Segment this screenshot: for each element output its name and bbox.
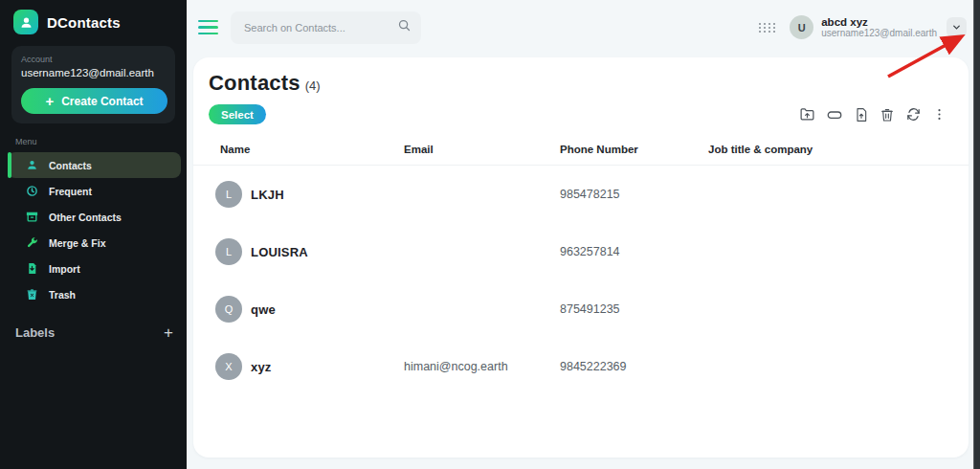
- sync-button[interactable]: [904, 105, 923, 123]
- account-label: Account: [21, 55, 167, 64]
- column-header-name: Name: [220, 144, 404, 155]
- contact-phone: 9845222369: [560, 360, 708, 373]
- contacts-toolbar: [798, 105, 947, 124]
- delete-button[interactable]: [879, 106, 896, 123]
- sidebar-menu: Contacts Frequent Other Contacts: [0, 152, 187, 307]
- sidebar-item-label: Other Contacts: [49, 212, 122, 223]
- contacts-panel: Contacts (4) Select: [193, 57, 969, 458]
- contact-email: himani@ncog.earth: [404, 360, 560, 373]
- wrench-icon: [25, 235, 39, 250]
- sidebar-item-merge-fix[interactable]: Merge & Fix: [8, 230, 181, 256]
- sidebar-item-label: Frequent: [49, 186, 92, 197]
- topbar: U abcd xyz username123@dmail.earth: [187, 0, 980, 55]
- table-row[interactable]: Q qwe 875491235: [193, 280, 969, 338]
- user-cluster: U abcd xyz username123@dmail.earth: [759, 15, 967, 39]
- contact-name: xyz: [251, 360, 272, 374]
- user-avatar[interactable]: U: [790, 15, 813, 39]
- avatar: X: [215, 353, 242, 380]
- account-card: Account username123@dmail.earth + Create…: [11, 46, 175, 123]
- account-email: username123@dmail.earth: [21, 67, 167, 78]
- avatar: L: [215, 181, 242, 208]
- search-input[interactable]: [244, 22, 397, 34]
- column-header-job: Job title & company: [708, 144, 969, 155]
- avatar: Q: [215, 296, 242, 323]
- more-options-button[interactable]: [931, 106, 947, 123]
- label-tag-button[interactable]: [825, 105, 844, 124]
- table-row[interactable]: L LOUISRA 963257814: [193, 223, 969, 280]
- select-button[interactable]: Select: [209, 104, 266, 124]
- export-folder-button[interactable]: [798, 105, 816, 123]
- history-icon: [25, 184, 39, 198]
- sidebar: DContacts Account username123@dmail.eart…: [0, 0, 187, 469]
- contact-name: qwe: [251, 302, 276, 317]
- table-row[interactable]: X xyz himani@ncog.earth 9845222369: [193, 338, 969, 395]
- page-scrollbar[interactable]: [973, 0, 980, 469]
- column-header-phone: Phone Number: [560, 144, 708, 155]
- table-row[interactable]: L LKJH 985478215: [193, 166, 969, 223]
- avatar: L: [215, 238, 242, 265]
- search-icon: [397, 18, 412, 36]
- sidebar-item-trash[interactable]: Trash: [8, 281, 181, 307]
- sidebar-item-label: Contacts: [49, 160, 92, 171]
- export-file-button[interactable]: [853, 106, 870, 123]
- sidebar-item-label: Merge & Fix: [49, 237, 106, 249]
- contacts-count: (4): [305, 78, 321, 93]
- plus-icon: +: [45, 94, 54, 108]
- contact-phone: 963257814: [560, 245, 708, 258]
- user-email: username123@dmail.earth: [821, 28, 937, 38]
- search-box: [231, 11, 421, 44]
- trash-icon: [25, 287, 39, 302]
- add-label-icon[interactable]: +: [164, 324, 173, 341]
- contact-phone: 985478215: [560, 188, 708, 201]
- user-name: abcd xyz: [821, 16, 937, 28]
- column-header-email: Email: [404, 144, 560, 155]
- apps-grid-icon[interactable]: [759, 23, 776, 33]
- app-title: DContacts: [47, 14, 121, 31]
- contact-name: LOUISRA: [251, 245, 308, 259]
- page-title: Contacts: [209, 71, 301, 96]
- sidebar-item-contacts[interactable]: Contacts: [8, 152, 181, 178]
- import-file-icon: [25, 261, 39, 276]
- contacts-header: Contacts (4) Select: [193, 57, 969, 124]
- create-contact-button[interactable]: + Create Contact: [21, 88, 167, 114]
- contact-name: LKJH: [251, 188, 284, 202]
- sidebar-item-label: Trash: [49, 289, 76, 301]
- create-contact-label: Create Contact: [61, 95, 143, 108]
- sidebar-item-import[interactable]: Import: [8, 256, 181, 281]
- labels-section: Labels +: [15, 324, 173, 341]
- archive-box-icon: [25, 210, 39, 224]
- user-texts: abcd xyz username123@dmail.earth: [821, 16, 937, 38]
- contact-phone: 875491235: [560, 302, 708, 316]
- sidebar-item-label: Import: [49, 263, 80, 275]
- hamburger-menu-icon[interactable]: [198, 20, 218, 35]
- sidebar-item-frequent[interactable]: Frequent: [8, 178, 181, 204]
- account-dropdown-chevron[interactable]: [947, 17, 967, 37]
- contacts-icon: [25, 158, 39, 172]
- table-header: Name Email Phone Number Job title & comp…: [193, 124, 969, 166]
- menu-section-label: Menu: [15, 137, 187, 146]
- sidebar-item-other-contacts[interactable]: Other Contacts: [8, 204, 181, 230]
- labels-header: Labels: [15, 325, 55, 340]
- app-logo-row: DContacts: [0, 0, 187, 34]
- app-logo-icon: [13, 10, 38, 34]
